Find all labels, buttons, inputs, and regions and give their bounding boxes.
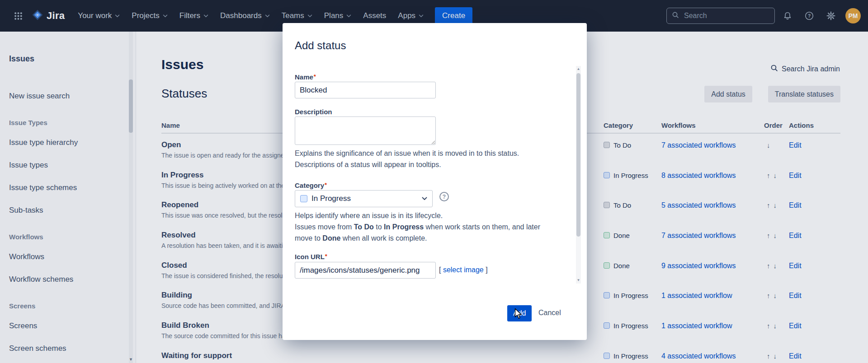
icon-url-field[interactable] xyxy=(295,262,436,279)
description-label: Description xyxy=(295,108,332,116)
select-image-link[interactable]: select image xyxy=(443,266,484,274)
category-help-text: Helps identify where an issue is in its … xyxy=(295,210,559,244)
scroll-up-icon[interactable]: ▲ xyxy=(577,67,580,71)
name-field[interactable] xyxy=(295,82,436,98)
required-marker: * xyxy=(325,253,327,260)
add-status-dialog: Add status Name* Description Explains th… xyxy=(283,23,587,340)
required-marker: * xyxy=(325,182,327,188)
select-image-link-wrap: [ select image ] xyxy=(439,266,488,274)
category-label: Category* xyxy=(295,182,327,189)
category-selected-value: In Progress xyxy=(311,194,418,203)
description-field[interactable] xyxy=(295,116,436,145)
add-button[interactable]: Add xyxy=(507,305,532,321)
category-select[interactable]: In Progress xyxy=(295,190,433,207)
dialog-title: Add status xyxy=(295,39,346,52)
chevron-down-icon xyxy=(422,197,427,200)
description-help-text: Explains the significance of an issue wh… xyxy=(295,148,559,170)
cancel-button[interactable]: Cancel xyxy=(538,309,561,317)
dialog-scrollbar-thumb[interactable] xyxy=(576,73,580,237)
name-label: Name* xyxy=(295,73,316,81)
category-help-icon[interactable]: ? xyxy=(439,192,449,201)
category-inprogress-icon xyxy=(300,195,307,202)
dialog-scrollbar[interactable]: ▲ ▼ xyxy=(576,66,581,284)
scroll-down-icon[interactable]: ▼ xyxy=(577,279,580,282)
icon-url-label: Icon URL* xyxy=(295,253,327,261)
required-marker: * xyxy=(314,73,316,80)
